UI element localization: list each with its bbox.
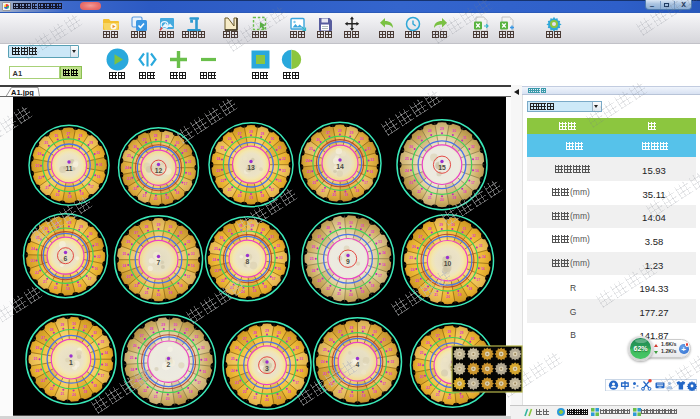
- svg-text:17: 17: [270, 189, 274, 193]
- svg-text:32: 32: [371, 230, 375, 234]
- svg-text:27: 27: [317, 235, 321, 239]
- svg-text:28: 28: [249, 130, 253, 134]
- svg-text:24: 24: [125, 166, 129, 170]
- svg-text:26: 26: [228, 138, 232, 142]
- svg-text:32: 32: [195, 336, 199, 340]
- svg-text:26: 26: [312, 245, 316, 249]
- svg-text:18: 18: [263, 285, 267, 289]
- svg-text:19: 19: [361, 290, 365, 294]
- svg-text:32: 32: [187, 241, 191, 245]
- svg-text:27: 27: [338, 330, 342, 334]
- svg-text:21: 21: [43, 280, 47, 284]
- svg-text:25: 25: [231, 358, 235, 362]
- svg-text:16: 16: [369, 170, 373, 174]
- svg-text:19: 19: [460, 396, 464, 400]
- svg-text:33: 33: [191, 252, 195, 256]
- svg-text:18: 18: [260, 194, 264, 198]
- svg-text:30: 30: [373, 330, 377, 334]
- svg-text:23: 23: [317, 279, 321, 283]
- svg-text:24: 24: [231, 370, 235, 374]
- svg-text:21: 21: [321, 189, 325, 193]
- svg-text:33: 33: [201, 346, 205, 350]
- svg-text:20: 20: [350, 394, 354, 398]
- svg-text:22: 22: [417, 190, 421, 194]
- svg-text:24: 24: [38, 152, 42, 156]
- svg-text:24: 24: [306, 159, 310, 163]
- svg-text:22: 22: [38, 176, 42, 180]
- svg-text:20: 20: [72, 393, 76, 397]
- svg-text:19: 19: [362, 394, 366, 398]
- svg-text:28: 28: [239, 225, 243, 229]
- svg-text:29: 29: [439, 223, 443, 227]
- svg-text:21: 21: [230, 286, 234, 290]
- svg-text:30: 30: [72, 322, 76, 326]
- svg-text:6: 6: [64, 255, 68, 262]
- svg-text:25: 25: [409, 257, 413, 261]
- svg-text:31: 31: [270, 235, 274, 239]
- svg-text:18: 18: [80, 193, 84, 197]
- svg-text:32: 32: [188, 160, 192, 164]
- svg-text:21: 21: [253, 396, 257, 400]
- svg-text:27: 27: [55, 222, 59, 226]
- svg-text:24: 24: [411, 269, 415, 273]
- svg-text:30: 30: [89, 232, 93, 236]
- svg-text:22: 22: [220, 180, 224, 184]
- svg-text:28: 28: [79, 134, 83, 138]
- svg-text:34: 34: [382, 251, 386, 255]
- svg-text:26: 26: [409, 145, 413, 149]
- svg-text:26: 26: [220, 237, 224, 241]
- svg-text:19: 19: [253, 290, 257, 294]
- svg-text:25: 25: [36, 236, 40, 240]
- svg-text:22: 22: [133, 187, 137, 191]
- svg-text:17: 17: [471, 181, 475, 185]
- svg-text:17: 17: [378, 274, 382, 278]
- svg-text:20: 20: [332, 194, 336, 198]
- svg-text:25: 25: [220, 147, 224, 151]
- svg-text:10: 10: [444, 260, 452, 267]
- svg-text:17: 17: [476, 279, 480, 283]
- svg-text:21: 21: [338, 390, 342, 394]
- svg-text:4: 4: [356, 361, 360, 368]
- svg-text:16: 16: [188, 172, 192, 176]
- svg-text:27: 27: [238, 132, 242, 136]
- svg-text:16: 16: [202, 370, 206, 374]
- svg-text:30: 30: [277, 331, 281, 335]
- svg-text:29: 29: [161, 323, 165, 327]
- svg-text:25: 25: [309, 147, 313, 151]
- svg-text:19: 19: [458, 293, 462, 297]
- svg-text:18: 18: [78, 284, 82, 288]
- svg-text:18: 18: [179, 285, 183, 289]
- svg-text:16: 16: [94, 267, 98, 271]
- svg-text:26: 26: [54, 135, 58, 139]
- svg-text:34: 34: [482, 256, 486, 260]
- svg-text:25: 25: [130, 356, 134, 360]
- svg-text:23: 23: [127, 276, 131, 280]
- svg-text:30: 30: [360, 138, 364, 142]
- svg-text:17: 17: [364, 181, 368, 185]
- svg-text:13: 13: [247, 164, 255, 171]
- svg-text:30: 30: [451, 223, 455, 227]
- svg-text:22: 22: [243, 390, 247, 394]
- svg-text:16: 16: [388, 372, 392, 376]
- svg-text:21: 21: [145, 291, 149, 295]
- svg-text:31: 31: [185, 328, 189, 332]
- svg-text:20: 20: [349, 293, 353, 297]
- svg-text:21: 21: [143, 194, 147, 198]
- svg-text:19: 19: [165, 197, 169, 201]
- svg-text:18: 18: [189, 390, 193, 394]
- svg-text:27: 27: [140, 334, 144, 338]
- svg-text:31: 31: [367, 147, 371, 151]
- svg-text:24: 24: [312, 269, 316, 273]
- svg-text:19: 19: [277, 396, 281, 400]
- svg-text:31: 31: [382, 338, 386, 342]
- svg-text:22: 22: [35, 271, 39, 275]
- svg-text:30: 30: [174, 324, 178, 328]
- svg-text:22: 22: [134, 285, 138, 289]
- svg-text:27: 27: [243, 337, 247, 341]
- svg-text:25: 25: [405, 157, 409, 161]
- svg-text:14: 14: [336, 163, 344, 170]
- svg-text:29: 29: [440, 128, 444, 132]
- svg-text:33: 33: [282, 169, 286, 173]
- svg-text:20: 20: [56, 193, 60, 197]
- svg-text:33: 33: [100, 341, 104, 345]
